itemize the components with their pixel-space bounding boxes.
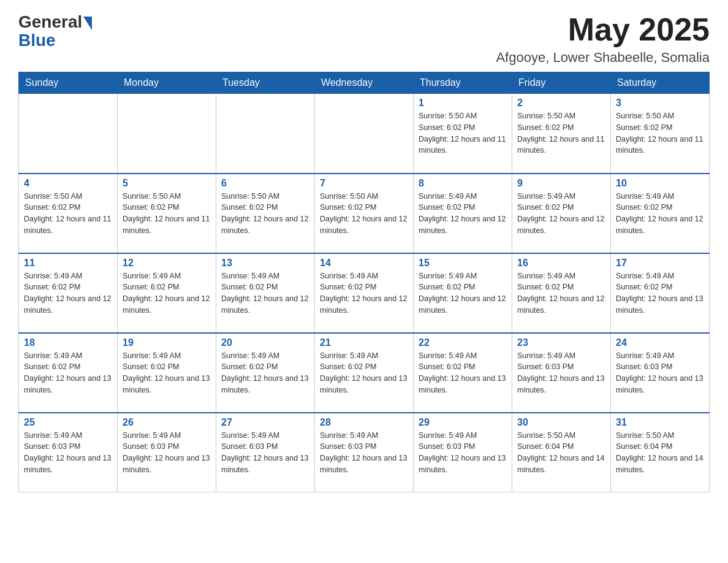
calendar-cell: 31Sunrise: 5:50 AMSunset: 6:04 PMDayligh…: [611, 413, 710, 492]
day-number: 7: [320, 178, 408, 189]
calendar-cell: 8Sunrise: 5:49 AMSunset: 6:02 PMDaylight…: [414, 174, 512, 253]
calendar-cell: 13Sunrise: 5:49 AMSunset: 6:02 PMDayligh…: [216, 253, 315, 333]
calendar-cell: 21Sunrise: 5:49 AMSunset: 6:02 PMDayligh…: [315, 333, 414, 413]
calendar-cell: 5Sunrise: 5:50 AMSunset: 6:02 PMDaylight…: [118, 174, 216, 253]
day-number: 16: [517, 258, 605, 269]
calendar-cell: 9Sunrise: 5:49 AMSunset: 6:02 PMDaylight…: [512, 174, 611, 253]
calendar-cell: 12Sunrise: 5:49 AMSunset: 6:02 PMDayligh…: [118, 253, 216, 333]
day-info: Sunrise: 5:49 AMSunset: 6:02 PMDaylight:…: [123, 270, 211, 316]
calendar-cell: [315, 94, 414, 174]
day-info: Sunrise: 5:49 AMSunset: 6:03 PMDaylight:…: [221, 430, 309, 476]
calendar-cell: 4Sunrise: 5:50 AMSunset: 6:02 PMDaylight…: [19, 174, 118, 253]
day-info: Sunrise: 5:49 AMSunset: 6:02 PMDaylight:…: [320, 270, 408, 316]
day-info: Sunrise: 5:49 AMSunset: 6:03 PMDaylight:…: [517, 350, 605, 396]
calendar-cell: 30Sunrise: 5:50 AMSunset: 6:04 PMDayligh…: [512, 413, 611, 492]
day-number: 3: [616, 98, 704, 109]
calendar-cell: 7Sunrise: 5:50 AMSunset: 6:02 PMDaylight…: [315, 174, 414, 253]
day-number: 14: [320, 258, 408, 269]
day-number: 21: [320, 337, 408, 348]
day-info: Sunrise: 5:50 AMSunset: 6:02 PMDaylight:…: [616, 110, 704, 156]
day-info: Sunrise: 5:49 AMSunset: 6:03 PMDaylight:…: [123, 430, 211, 476]
calendar-cell: 11Sunrise: 5:49 AMSunset: 6:02 PMDayligh…: [19, 253, 118, 333]
calendar-cell: 15Sunrise: 5:49 AMSunset: 6:02 PMDayligh…: [414, 253, 512, 333]
title-section: May 2025 Afgooye, Lower Shabeelle, Somal…: [496, 12, 710, 66]
column-header-thursday: Thursday: [414, 72, 512, 94]
day-info: Sunrise: 5:49 AMSunset: 6:02 PMDaylight:…: [24, 270, 112, 316]
calendar-cell: 24Sunrise: 5:49 AMSunset: 6:03 PMDayligh…: [611, 333, 710, 413]
page-header: General Blue May 2025 Afgooye, Lower Sha…: [18, 12, 710, 66]
calendar-week-row: 18Sunrise: 5:49 AMSunset: 6:02 PMDayligh…: [19, 333, 710, 413]
day-info: Sunrise: 5:50 AMSunset: 6:04 PMDaylight:…: [616, 430, 704, 476]
day-number: 22: [419, 337, 507, 348]
day-info: Sunrise: 5:49 AMSunset: 6:02 PMDaylight:…: [24, 350, 112, 396]
calendar-cell: 26Sunrise: 5:49 AMSunset: 6:03 PMDayligh…: [118, 413, 216, 492]
day-info: Sunrise: 5:49 AMSunset: 6:02 PMDaylight:…: [221, 270, 309, 316]
day-number: 1: [419, 98, 507, 109]
day-number: 20: [221, 337, 309, 348]
calendar-cell: 23Sunrise: 5:49 AMSunset: 6:03 PMDayligh…: [512, 333, 611, 413]
day-number: 5: [123, 178, 211, 189]
calendar-cell: 14Sunrise: 5:49 AMSunset: 6:02 PMDayligh…: [315, 253, 414, 333]
calendar-cell: 10Sunrise: 5:49 AMSunset: 6:02 PMDayligh…: [611, 174, 710, 253]
day-info: Sunrise: 5:50 AMSunset: 6:02 PMDaylight:…: [419, 110, 507, 156]
calendar-cell: 25Sunrise: 5:49 AMSunset: 6:03 PMDayligh…: [19, 413, 118, 492]
day-number: 17: [616, 258, 704, 269]
day-number: 11: [24, 258, 112, 269]
day-number: 23: [517, 337, 605, 348]
calendar-cell: 6Sunrise: 5:50 AMSunset: 6:02 PMDaylight…: [216, 174, 315, 253]
calendar-cell: 1Sunrise: 5:50 AMSunset: 6:02 PMDaylight…: [414, 94, 512, 174]
calendar-cell: 27Sunrise: 5:49 AMSunset: 6:03 PMDayligh…: [216, 413, 315, 492]
column-header-monday: Monday: [118, 72, 216, 94]
day-info: Sunrise: 5:49 AMSunset: 6:03 PMDaylight:…: [320, 430, 408, 476]
day-info: Sunrise: 5:50 AMSunset: 6:02 PMDaylight:…: [517, 110, 605, 156]
calendar-cell: 17Sunrise: 5:49 AMSunset: 6:02 PMDayligh…: [611, 253, 710, 333]
day-number: 28: [320, 417, 408, 428]
calendar-week-row: 11Sunrise: 5:49 AMSunset: 6:02 PMDayligh…: [19, 253, 710, 333]
day-info: Sunrise: 5:49 AMSunset: 6:02 PMDaylight:…: [123, 350, 211, 396]
day-info: Sunrise: 5:50 AMSunset: 6:02 PMDaylight:…: [320, 191, 408, 237]
day-info: Sunrise: 5:49 AMSunset: 6:02 PMDaylight:…: [419, 270, 507, 316]
day-number: 13: [221, 258, 309, 269]
logo-triangle-icon: [83, 17, 92, 30]
calendar-cell: [118, 94, 216, 174]
calendar-cell: 18Sunrise: 5:49 AMSunset: 6:02 PMDayligh…: [19, 333, 118, 413]
day-number: 25: [24, 417, 112, 428]
day-info: Sunrise: 5:49 AMSunset: 6:03 PMDaylight:…: [24, 430, 112, 476]
calendar-header-row: SundayMondayTuesdayWednesdayThursdayFrid…: [19, 72, 710, 94]
day-info: Sunrise: 5:49 AMSunset: 6:02 PMDaylight:…: [221, 350, 309, 396]
day-info: Sunrise: 5:50 AMSunset: 6:02 PMDaylight:…: [221, 191, 309, 237]
calendar-cell: [19, 94, 118, 174]
calendar-cell: 16Sunrise: 5:49 AMSunset: 6:02 PMDayligh…: [512, 253, 611, 333]
day-number: 15: [419, 258, 507, 269]
day-info: Sunrise: 5:49 AMSunset: 6:02 PMDaylight:…: [517, 191, 605, 237]
day-info: Sunrise: 5:50 AMSunset: 6:04 PMDaylight:…: [517, 430, 605, 476]
day-number: 24: [616, 337, 704, 348]
calendar-cell: 19Sunrise: 5:49 AMSunset: 6:02 PMDayligh…: [118, 333, 216, 413]
month-year-title: May 2025: [496, 12, 710, 47]
calendar-cell: 22Sunrise: 5:49 AMSunset: 6:02 PMDayligh…: [414, 333, 512, 413]
calendar-cell: 28Sunrise: 5:49 AMSunset: 6:03 PMDayligh…: [315, 413, 414, 492]
day-number: 2: [517, 98, 605, 109]
column-header-wednesday: Wednesday: [315, 72, 414, 94]
day-info: Sunrise: 5:50 AMSunset: 6:02 PMDaylight:…: [24, 191, 112, 237]
day-number: 4: [24, 178, 112, 189]
day-info: Sunrise: 5:49 AMSunset: 6:02 PMDaylight:…: [320, 350, 408, 396]
day-number: 9: [517, 178, 605, 189]
day-number: 19: [123, 337, 211, 348]
calendar-table: SundayMondayTuesdayWednesdayThursdayFrid…: [18, 72, 710, 492]
day-number: 31: [616, 417, 704, 428]
day-info: Sunrise: 5:49 AMSunset: 6:02 PMDaylight:…: [517, 270, 605, 316]
day-number: 6: [221, 178, 309, 189]
logo-blue-text: Blue: [18, 31, 56, 50]
calendar-cell: 29Sunrise: 5:49 AMSunset: 6:03 PMDayligh…: [414, 413, 512, 492]
day-info: Sunrise: 5:49 AMSunset: 6:02 PMDaylight:…: [419, 350, 507, 396]
column-header-tuesday: Tuesday: [216, 72, 315, 94]
logo-general-text: General: [18, 12, 82, 32]
day-number: 8: [419, 178, 507, 189]
day-number: 29: [419, 417, 507, 428]
day-info: Sunrise: 5:49 AMSunset: 6:02 PMDaylight:…: [616, 270, 704, 316]
day-number: 18: [24, 337, 112, 348]
logo: General Blue: [18, 12, 92, 50]
day-number: 27: [221, 417, 309, 428]
calendar-cell: 2Sunrise: 5:50 AMSunset: 6:02 PMDaylight…: [512, 94, 611, 174]
